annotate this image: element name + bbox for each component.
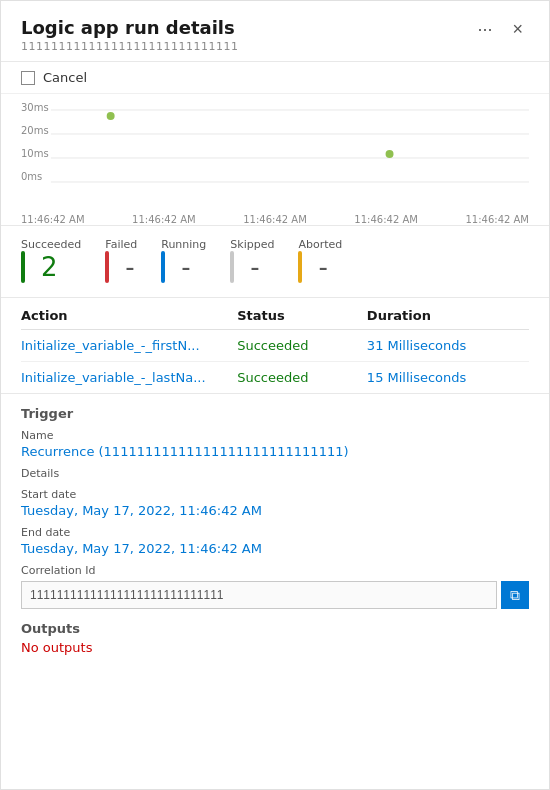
- close-button[interactable]: ×: [506, 17, 529, 42]
- toolbar: Cancel: [1, 62, 549, 94]
- logic-app-run-details-panel: Logic app run details 111111111111111111…: [0, 0, 550, 790]
- trigger-details-section: Trigger Name Recurrence (111111111111111…: [1, 394, 549, 667]
- trigger-name-value[interactable]: Recurrence (1111111111111111111111111111…: [21, 444, 529, 459]
- start-date-label: Start date: [21, 488, 529, 501]
- header-left: Logic app run details 111111111111111111…: [21, 17, 238, 53]
- status-item-running: Running -: [161, 238, 206, 285]
- table-row: Initialize_variable_-_lastNa... Succeede…: [21, 362, 529, 393]
- svg-point-5: [386, 150, 394, 158]
- status-bar-aborted: [298, 251, 302, 283]
- status-item-failed: Failed -: [105, 238, 137, 285]
- row2-status: Succeeded: [237, 370, 367, 385]
- time-label-3: 11:46:42 AM: [243, 214, 307, 225]
- status-item-succeeded: Succeeded 2: [21, 238, 81, 285]
- status-item-aborted: Aborted -: [298, 238, 342, 285]
- correlation-label: Correlation Id: [21, 564, 529, 577]
- status-bar-row-aborted: -: [298, 251, 342, 283]
- table-header: Action Status Duration: [21, 298, 529, 330]
- time-label-1: 11:46:42 AM: [21, 214, 85, 225]
- header-actions: ··· ×: [471, 17, 529, 42]
- status-bar-failed: [105, 251, 109, 283]
- table-row: Initialize_variable_-_firstN... Succeede…: [21, 330, 529, 362]
- outputs-label: Outputs: [21, 621, 529, 636]
- start-date-value: Tuesday, May 17, 2022, 11:46:42 AM: [21, 503, 529, 518]
- trigger-name-label: Name: [21, 429, 529, 442]
- status-bar-row-running: -: [161, 251, 206, 283]
- panel-header: Logic app run details 111111111111111111…: [1, 1, 549, 62]
- row1-status: Succeeded: [237, 338, 367, 353]
- status-count-skipped: -: [250, 254, 259, 280]
- cancel-label: Cancel: [43, 70, 87, 85]
- status-count-failed: -: [125, 254, 134, 280]
- cancel-checkbox[interactable]: [21, 71, 35, 85]
- trigger-section-title: Trigger: [21, 406, 529, 421]
- correlation-row: ⧉: [21, 581, 529, 609]
- chart-section: 0ms 10ms 20ms 30ms 11:46:42 AM 11:46:42 …: [1, 94, 549, 226]
- row1-action[interactable]: Initialize_variable_-_firstN...: [21, 338, 237, 353]
- panel-title: Logic app run details: [21, 17, 238, 38]
- status-count-succeeded: 2: [41, 254, 58, 280]
- details-label: Details: [21, 467, 529, 480]
- end-date-value: Tuesday, May 17, 2022, 11:46:42 AM: [21, 541, 529, 556]
- status-label-running: Running: [161, 238, 206, 251]
- end-date-label: End date: [21, 526, 529, 539]
- row2-duration: 15 Milliseconds: [367, 370, 529, 385]
- no-outputs-label: No outputs: [21, 640, 529, 655]
- status-bar-row-failed: -: [105, 251, 137, 283]
- action-table: Action Status Duration Initialize_variab…: [1, 298, 549, 394]
- row2-action[interactable]: Initialize_variable_-_lastNa...: [21, 370, 237, 385]
- status-label-skipped: Skipped: [230, 238, 274, 251]
- time-label-4: 11:46:42 AM: [354, 214, 418, 225]
- status-label-failed: Failed: [105, 238, 137, 251]
- ellipsis-button[interactable]: ···: [471, 17, 498, 42]
- col-header-duration: Duration: [367, 308, 529, 323]
- status-bar-skipped: [230, 251, 234, 283]
- status-bar-running: [161, 251, 165, 283]
- copy-correlation-button[interactable]: ⧉: [501, 581, 529, 609]
- status-bar-succeeded: [21, 251, 25, 283]
- copy-icon: ⧉: [510, 587, 520, 604]
- status-item-skipped: Skipped -: [230, 238, 274, 285]
- correlation-id-input[interactable]: [21, 581, 497, 609]
- chart-time-labels: 11:46:42 AM 11:46:42 AM 11:46:42 AM 11:4…: [21, 214, 529, 225]
- status-bar-row-succeeded: 2: [21, 251, 81, 283]
- row1-duration: 31 Milliseconds: [367, 338, 529, 353]
- status-label-aborted: Aborted: [298, 238, 342, 251]
- status-count-running: -: [181, 254, 190, 280]
- status-label-succeeded: Succeeded: [21, 238, 81, 251]
- status-count-aborted: -: [318, 254, 327, 280]
- panel-subtitle: 11111111111111111111111111111: [21, 40, 238, 53]
- chart-svg: [21, 102, 529, 192]
- status-bar-row-skipped: -: [230, 251, 274, 283]
- svg-point-4: [107, 112, 115, 120]
- chart-container: 0ms 10ms 20ms 30ms: [21, 102, 529, 212]
- col-header-action: Action: [21, 308, 237, 323]
- time-label-2: 11:46:42 AM: [132, 214, 196, 225]
- status-section: Succeeded 2 Failed - Running - Skipped: [1, 226, 549, 298]
- col-header-status: Status: [237, 308, 367, 323]
- time-label-5: 11:46:42 AM: [465, 214, 529, 225]
